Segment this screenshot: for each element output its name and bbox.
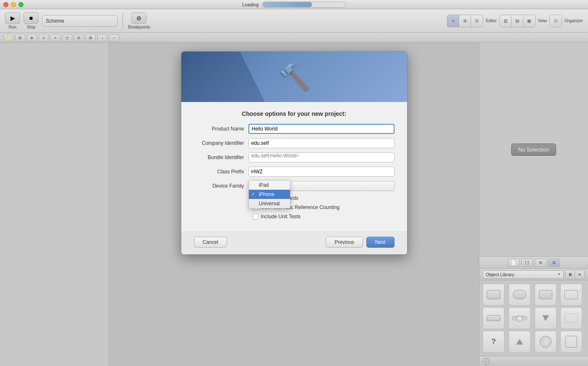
breakpoints-button[interactable]: ⊘ Breakpoints — [128, 12, 150, 29]
modal-content: Choose options for your new project: Pro… — [181, 102, 407, 231]
ol-info-icon[interactable]: i — [483, 358, 489, 365]
title-bar: Loading — [0, 0, 588, 9]
run-button[interactable]: ▶ Run — [5, 12, 20, 29]
object-library-header: Object Library ▼ ⊞ ≡ — [479, 269, 588, 280]
tab-table-icon[interactable]: ⊞ — [548, 259, 560, 267]
class-prefix-input[interactable] — [248, 167, 395, 177]
ol-item-flat-rect[interactable] — [483, 307, 504, 329]
globe-btn[interactable]: ⊕ — [27, 34, 37, 42]
view-group: ▥ ▤ ▦ — [499, 15, 536, 27]
back-btn[interactable]: ‹ — [97, 34, 107, 42]
grid-btn[interactable]: ⊞ — [15, 34, 25, 42]
ol-item-plain-rect[interactable] — [560, 331, 582, 353]
editor-version-btn[interactable]: ⊟ — [471, 15, 483, 27]
ol-item-question[interactable]: ? — [483, 331, 504, 353]
editor-standard-btn[interactable]: ≡ — [447, 15, 459, 27]
warning-btn[interactable]: ⚠ — [39, 34, 49, 42]
title-bar-center: Loading — [242, 2, 346, 8]
ol-item-slider[interactable] — [509, 307, 531, 329]
up-arrow-shape — [516, 339, 523, 345]
previous-button[interactable]: Previous — [326, 237, 363, 248]
modal-header-image: 🔨 — [181, 52, 407, 102]
minimize-button[interactable] — [11, 2, 16, 7]
traffic-lights — [3, 2, 24, 7]
right-panel: No Selection 📄 { } ⊕ ⊞ Object Library ▼ … — [479, 43, 588, 366]
ol-grid-view-btn[interactable]: ⊞ — [566, 270, 575, 279]
unit-tests-row: Include Unit Tests — [194, 214, 395, 220]
unit-tests-checkbox[interactable] — [253, 214, 259, 220]
grid2-btn[interactable]: ⊞ — [86, 34, 96, 42]
editor-group: ≡ ⊞ ⊟ — [447, 15, 483, 27]
dropdown-iphone[interactable]: iPhone — [249, 190, 290, 199]
ol-item-empty-rect[interactable] — [560, 307, 582, 329]
dropdown-chevron: ▼ — [557, 272, 561, 276]
stop-button[interactable]: ■ Stop — [24, 12, 39, 29]
loading-label: Loading — [242, 2, 259, 7]
next-button[interactable]: Next — [366, 237, 395, 248]
product-name-input[interactable] — [248, 124, 395, 134]
close-button[interactable] — [3, 2, 8, 7]
ol-item-stadium[interactable] — [535, 284, 557, 306]
toolbar-right: ≡ ⊞ ⊟ Editor ▥ ▤ ▦ View ⊡ Organizer — [447, 15, 583, 27]
forward-btn[interactable]: › — [109, 34, 119, 42]
dropdown-menu: iPad iPhone Universal — [248, 180, 290, 209]
organizer-group: ⊡ — [549, 15, 562, 27]
dropdown-universal[interactable]: Universal — [249, 199, 290, 208]
tab-file-icon[interactable]: 📄 — [508, 259, 520, 267]
organizer-label: Organizer — [564, 18, 583, 23]
tab-code-icon[interactable]: { } — [521, 259, 533, 267]
view-btn-1[interactable]: ▥ — [500, 15, 512, 27]
editor-label: Editor — [486, 18, 497, 23]
class-prefix-row: Class Prefix — [194, 167, 395, 177]
maximize-button[interactable] — [18, 2, 24, 7]
stop-icon[interactable]: ■ — [24, 12, 39, 24]
dropdown-ipad[interactable]: iPad — [249, 180, 290, 190]
empty-rect-shape — [564, 314, 578, 323]
view-btn-3[interactable]: ▦ — [523, 15, 535, 27]
cancel-button[interactable]: Cancel — [194, 237, 227, 248]
blueprint-decoration — [181, 52, 265, 102]
object-library-select[interactable]: Object Library ▼ — [483, 270, 564, 279]
ol-item-up-arrow[interactable] — [509, 331, 531, 353]
flat-rect-shape — [487, 315, 500, 321]
ol-item-rounded-rect[interactable] — [509, 284, 531, 306]
ol-item-arrow[interactable] — [535, 307, 557, 329]
tag-btn[interactable]: ◷ — [62, 34, 72, 42]
layout-btn[interactable]: ⊟ — [74, 34, 84, 42]
view-btn-2[interactable]: ▤ — [512, 15, 523, 27]
company-identifier-input[interactable] — [248, 138, 395, 148]
hammer-icon: 🔨 — [278, 62, 310, 92]
rect-shape — [487, 290, 500, 299]
breakpoints-icon[interactable]: ⊘ — [131, 12, 146, 24]
bundle-identifier-row: Bundle Identifier edu.self.Hello-World~ — [194, 152, 395, 162]
list-btn[interactable]: ≡ — [50, 34, 60, 42]
arc-row: ✓ Use Automatic Reference Counting — [194, 204, 395, 210]
scheme-selector[interactable]: Scheme — [42, 15, 118, 27]
toolbar-separator-1 — [123, 13, 123, 29]
device-family-row: Device Family iPhone iPad iPhone Univers… — [194, 181, 395, 191]
folder-btn[interactable]: 📁 — [3, 34, 13, 42]
ol-list-view-btn[interactable]: ≡ — [575, 270, 584, 279]
scheme-label: Scheme — [46, 18, 64, 24]
ol-item-rect-button[interactable] — [483, 284, 504, 306]
circle-shape — [540, 336, 551, 348]
company-identifier-row: Company Identifier — [194, 138, 395, 148]
device-family-label: Device Family — [194, 183, 248, 189]
new-project-dialog: 🔨 Choose options for your new project: P… — [181, 51, 408, 255]
ol-item-circle[interactable] — [535, 331, 557, 353]
rounded-rect-shape — [513, 290, 526, 299]
ol-item-small-rect[interactable] — [560, 284, 582, 306]
unit-tests-label: Include Unit Tests — [261, 214, 301, 220]
small-rect-shape — [564, 290, 578, 299]
device-family-dropdown[interactable]: iPhone iPad iPhone Universal — [248, 181, 395, 191]
toolbar: ▶ Run ■ Stop Scheme ⊘ Breakpoints ≡ ⊞ ⊟ … — [0, 9, 588, 33]
modal-title: Choose options for your new project: — [194, 110, 395, 117]
breakpoints-label: Breakpoints — [128, 25, 150, 29]
no-selection-label: No Selection — [511, 144, 557, 156]
tab-layers-icon[interactable]: ⊕ — [535, 259, 546, 267]
run-icon[interactable]: ▶ — [5, 12, 20, 24]
right-panel-bottom: 📄 { } ⊕ ⊞ Object Library ▼ ⊞ ≡ — [479, 256, 588, 366]
main-layout: 🔨 Choose options for your new project: P… — [0, 43, 588, 366]
organizer-btn[interactable]: ⊡ — [550, 15, 562, 27]
editor-assistant-btn[interactable]: ⊞ — [459, 15, 471, 27]
